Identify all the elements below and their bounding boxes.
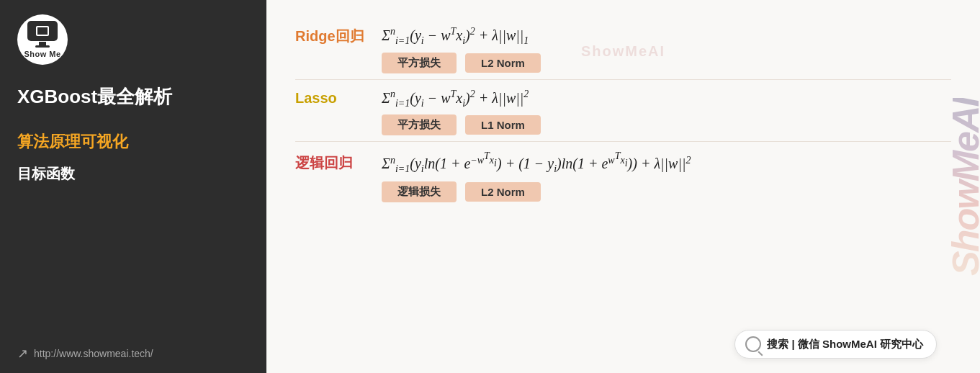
- website-link[interactable]: ↗ http://www.showmeai.tech/: [17, 338, 249, 361]
- section-label: 目标函数: [17, 164, 249, 184]
- search-icon: [745, 336, 761, 352]
- tag-row-ridge: 平方损失 L2 Norm: [295, 53, 951, 73]
- main-title: XGBoost最全解析: [17, 85, 249, 109]
- subtitle: 算法原理可视化: [17, 131, 249, 153]
- cursor-icon: ↗: [17, 346, 28, 361]
- logo-circle: Show Me: [17, 14, 68, 65]
- formula-row-lasso: Lasso Σni=1(yi − wTxi)2 + λ||w||2 平方损失 L…: [295, 80, 951, 143]
- tag-row-logistic: 逻辑损失 L2 Norm: [295, 181, 951, 202]
- formula-section: Ridge回归 Σni=1(yi − wTxi)2 + λ||w||1 平方损失…: [295, 17, 951, 208]
- search-label: 搜索 | 微信 ShowMeAI 研究中心: [767, 338, 923, 351]
- formula-line-ridge: Ridge回归 Σni=1(yi − wTxi)2 + λ||w||1: [295, 26, 951, 47]
- main-content: ShowMeAI ShowMeAI Ridge回归 Σni=1(yi − wTx…: [266, 0, 980, 373]
- formula-row-logistic: 逻辑回归 Σni=1(yiln(1 + e−wTxi) + (1 − yi)ln…: [295, 142, 951, 207]
- tag-logic-loss: 逻辑损失: [382, 181, 457, 202]
- logo-base: [35, 45, 50, 48]
- logo-area: Show Me: [17, 14, 249, 65]
- search-bar[interactable]: 搜索 | 微信 ShowMeAI 研究中心: [734, 330, 937, 359]
- formula-label-logistic: 逻辑回归: [295, 153, 382, 173]
- formula-label-ridge: Ridge回归: [295, 27, 382, 46]
- formula-expr-lasso: Σni=1(yi − wTxi)2 + λ||w||2: [382, 89, 951, 109]
- website-url: http://www.showmeai.tech/: [34, 348, 153, 359]
- tag-square-loss-lasso: 平方损失: [382, 114, 457, 135]
- tag-l1-norm-lasso: L1 Norm: [465, 115, 541, 135]
- tag-row-lasso: 平方损失 L1 Norm: [295, 114, 951, 135]
- formula-expr-logistic: Σni=1(yiln(1 + e−wTxi) + (1 − yi)ln(1 + …: [382, 150, 951, 175]
- formula-expr-ridge: Σni=1(yi − wTxi)2 + λ||w||1: [382, 26, 951, 47]
- logo-text: Show Me: [24, 50, 60, 58]
- tag-square-loss-ridge: 平方损失: [382, 53, 457, 73]
- formula-row-ridge: Ridge回归 Σni=1(yi − wTxi)2 + λ||w||1 平方损失…: [295, 17, 951, 80]
- sidebar: Show Me XGBoost最全解析 算法原理可视化 目标函数 ↗ http:…: [0, 0, 266, 373]
- formula-line-lasso: Lasso Σni=1(yi − wTxi)2 + λ||w||2: [295, 89, 951, 109]
- tag-l2-norm-logistic: L2 Norm: [465, 182, 541, 202]
- formula-line-logistic: 逻辑回归 Σni=1(yiln(1 + e−wTxi) + (1 − yi)ln…: [295, 150, 951, 175]
- logo-screen: [27, 21, 58, 41]
- tag-l2-norm-ridge: L2 Norm: [465, 53, 541, 73]
- formula-label-lasso: Lasso: [295, 90, 382, 107]
